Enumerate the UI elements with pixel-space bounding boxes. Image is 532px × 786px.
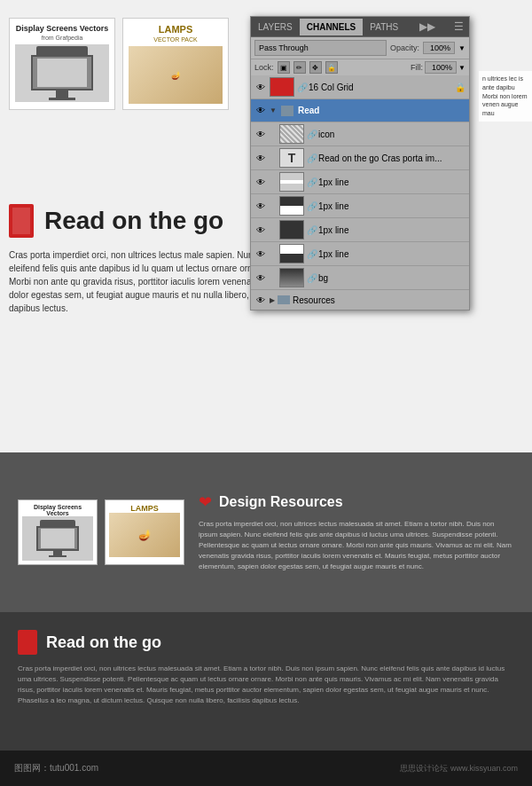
card2-image: 🪔 — [129, 46, 223, 104]
read-title: Read on the go — [44, 207, 223, 235]
layer-thumb-3 — [279, 124, 304, 144]
layer-eye-5[interactable]: 👁 — [254, 176, 267, 188]
layer-eye-6[interactable]: 👁 — [254, 200, 267, 212]
layer-row-9[interactable]: 👁 🔗 bg — [251, 266, 469, 290]
lock-label: Lock: — [254, 63, 274, 72]
layer-name-4: Read on the go Cras porta im... — [318, 153, 466, 163]
fill-value[interactable]: 100% — [425, 61, 457, 74]
layer-thumb-9 — [279, 268, 304, 287]
card1-sub: from Grafpedia — [15, 35, 109, 41]
layer-eye-7[interactable]: 👁 — [254, 224, 267, 236]
heart-icon: ❤ — [199, 492, 212, 512]
display-screens-card[interactable]: Display Screens Vectors from Grafpedia — [9, 18, 115, 110]
blend-mode-select[interactable]: Pass Through — [254, 40, 387, 56]
layer-name-2: Read — [298, 106, 466, 115]
lock-transparency-btn[interactable]: ▣ — [278, 61, 290, 74]
layer-name-6: 1px line — [318, 201, 466, 211]
footer-left-logo: 图图网：tutu001.com — [14, 762, 98, 774]
mid-display-card[interactable]: Display Screens Vectors — [18, 499, 98, 565]
fill-arrow: ▼ — [458, 64, 466, 72]
layer-name-1: 16 Col Grid — [309, 83, 452, 92]
layer-thumb-4: T — [279, 148, 304, 168]
layer-row-4[interactable]: 👁 T 🔗 Read on the go Cras porta im... — [251, 146, 469, 170]
layer-link-8: 🔗 — [307, 249, 316, 259]
layer-name-5: 1px line — [318, 177, 466, 187]
opacity-value[interactable]: 100% — [423, 42, 455, 54]
ps-panel: LAYERS CHANNELS PATHS ▶▶ ☰ Pass Through … — [250, 16, 470, 310]
layer-thumb-8 — [279, 244, 304, 263]
tab-channels[interactable]: CHANNELS — [300, 19, 364, 35]
right-overlay-text: n ultrices lec is ante dapibu Morbi non … — [482, 75, 528, 118]
layer-row-8[interactable]: 👁 🔗 1px line — [251, 242, 469, 266]
layer-thumb-7 — [279, 220, 304, 240]
resource-arrow: ▶ — [270, 296, 275, 304]
lock-move-btn[interactable]: ✥ — [309, 61, 322, 74]
layer-row-5[interactable]: 👁 🔗 1px line — [251, 170, 469, 194]
resource-eye[interactable]: 👁 — [254, 294, 267, 306]
read-section: Read on the go Cras porta imperdiet orci… — [9, 204, 284, 315]
mid-card1-title: Display Screens Vectors — [22, 504, 93, 516]
tab-paths[interactable]: PATHS — [363, 19, 405, 35]
layer-eye-3[interactable]: 👁 — [254, 128, 267, 140]
read-body: Cras porta imperdiet orci, non ultrices … — [9, 248, 284, 315]
mid-card2-img: 🪔 — [109, 513, 180, 557]
resource-row[interactable]: 👁 ▶ Resources — [251, 290, 469, 310]
card1-title: Display Screens Vectors — [15, 24, 109, 33]
layer-link-4: 🔗 — [307, 153, 316, 163]
layer-link-1: 🔗 — [297, 83, 306, 92]
book-icon — [9, 204, 34, 238]
tab-more[interactable]: ▶▶ — [414, 17, 441, 36]
layer-name-3: icon — [318, 130, 466, 139]
bottom-read-title: Read on the go — [46, 633, 161, 652]
layer-link-3: 🔗 — [307, 130, 316, 139]
bottom-book-icon — [18, 630, 37, 655]
layer-thumb-1 — [270, 77, 294, 97]
layer-link-6: 🔗 — [307, 201, 316, 211]
layer-eye-4[interactable]: 👁 — [254, 152, 267, 164]
design-res-header: ❤ Design Resources — [199, 492, 514, 512]
fill-label: Fill: — [411, 63, 423, 72]
layer-row-7[interactable]: 👁 🔗 1px line — [251, 218, 469, 242]
tab-layers[interactable]: LAYERS — [251, 19, 300, 35]
layer-row-6[interactable]: 👁 🔗 1px line — [251, 194, 469, 218]
group-arrow-2: ▼ — [270, 106, 277, 114]
resource-folder — [278, 295, 290, 304]
layer-name-7: 1px line — [318, 225, 466, 235]
mid-card2-title: LAMPS — [109, 504, 180, 513]
layers-list: 👁 🔗 16 Col Grid 🔒 👁 ▼ Read 👁 🔗 icon — [251, 75, 469, 310]
middle-section: Display Screens Vectors LAMPS 🪔 ❤ Design… — [0, 452, 532, 612]
layer-row-2[interactable]: 👁 ▼ Read — [251, 99, 469, 122]
lock-row: Lock: ▣ ✏ ✥ 🔒 Fill: 100% ▼ — [251, 59, 469, 75]
layer-row-3[interactable]: 👁 🔗 icon — [251, 122, 469, 146]
lock-all-btn[interactable]: 🔒 — [325, 61, 338, 74]
fill-row: Fill: 100% ▼ — [411, 61, 466, 74]
lock-paint-btn[interactable]: ✏ — [293, 61, 306, 74]
tab-menu[interactable]: ☰ — [449, 17, 469, 36]
top-section: Display Screens Vectors from Grafpedia L… — [0, 0, 532, 452]
right-overlay: n ultrices lec is ante dapibu Morbi non … — [479, 71, 532, 122]
layer-eye-8[interactable]: 👁 — [254, 248, 267, 260]
thumb-cards: Display Screens Vectors from Grafpedia L… — [9, 18, 229, 110]
card2-sub: VECTOR PACK — [129, 36, 223, 43]
bottom-read-header: Read on the go — [18, 630, 514, 655]
layer-name-8: 1px line — [318, 249, 466, 259]
layer-link-7: 🔗 — [307, 225, 316, 235]
layer-lock-1: 🔒 — [455, 83, 466, 92]
ps-tabs: LAYERS CHANNELS PATHS ▶▶ ☰ — [251, 17, 469, 37]
middle-thumbs: Display Screens Vectors LAMPS 🪔 — [18, 499, 184, 565]
opacity-arrow: ▼ — [458, 44, 466, 52]
layer-eye-9[interactable]: 👁 — [254, 271, 267, 284]
layer-thumb-5 — [279, 172, 304, 192]
footer: 图图网：tutu001.com 思思设计论坛 www.kissyuan.com — [0, 751, 532, 786]
bottom-read-body: Cras porta imperdiet orci, non ultrices … — [18, 664, 514, 706]
footer-right-logo: 思思设计论坛 www.kissyuan.com — [400, 763, 518, 774]
lamps-card[interactable]: LAMPS VECTOR PACK 🪔 — [122, 18, 229, 110]
design-res-title: Design Resources — [219, 494, 343, 510]
layer-row-1[interactable]: 👁 🔗 16 Col Grid 🔒 — [251, 75, 469, 99]
layer-eye-2[interactable]: 👁 — [254, 105, 267, 117]
mid-lamps-card[interactable]: LAMPS 🪔 — [105, 499, 184, 565]
opacity-label: Opacity: — [390, 43, 419, 52]
layer-name-9: bg — [318, 273, 466, 283]
layer-eye-1[interactable]: 👁 — [254, 81, 267, 93]
design-resources: ❤ Design Resources Cras porta imperdiet … — [199, 492, 514, 572]
